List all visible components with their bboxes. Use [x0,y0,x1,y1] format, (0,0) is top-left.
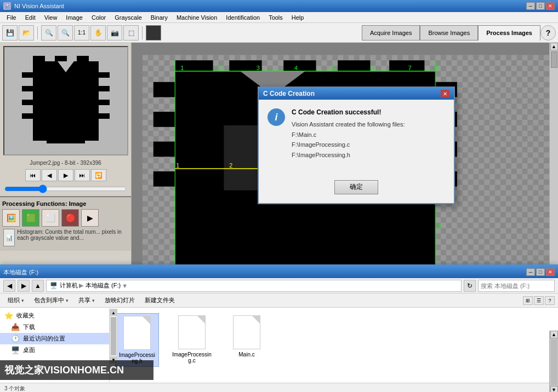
minimize-button[interactable]: ─ [526,2,535,10]
menu-tools[interactable]: Tools [264,13,287,22]
file-item-imageprocessingh[interactable]: ImageProcessing.h [115,313,159,367]
app-title: NI Vision Assistant [14,3,526,9]
svg-rect-1 [33,56,45,67]
dialog-title-text: C Code Creation [263,90,315,97]
downloads-icon: 📥 [11,323,20,331]
file-name-mainc: Main.c [238,351,254,358]
menu-edit[interactable]: Edit [21,13,40,22]
tool-zoom-out[interactable]: 🔍 [41,25,56,41]
dialog-close-button[interactable]: ✕ [441,90,449,97]
menu-file[interactable]: File [2,13,21,22]
playback-next[interactable]: ▶ [58,169,73,181]
tab-browse[interactable]: Browse Images [420,25,478,41]
tool-select[interactable]: ⬚ [123,25,139,41]
file-item-mainc[interactable]: Main.c [225,313,269,360]
sidebar-recent[interactable]: 🕐 最近访问的位置 [0,333,109,344]
app-main: Jumper2.jpg - 8-bit - 392x396 ⏮ ◀ ▶ ⏭ 🔁 … [0,43,558,289]
menu-bar: File Edit View Image Color Grayscale Bin… [0,12,558,23]
svg-rect-0 [33,61,99,141]
fe-sidebar-scrollbar[interactable]: ▲ ▼ [110,309,117,364]
tool-zoom-in[interactable]: 🔍 [58,25,73,41]
color-selector[interactable] [146,25,161,41]
dialog-description: Vision Assistant created the following f… [292,119,405,160]
dialog-content: C Code Creation successful! Vision Assis… [292,108,405,160]
fe-status-text: 3 个对象 [4,385,25,393]
playback-prev[interactable]: ◀ [42,169,57,181]
image-label: Jumper2.jpg - 8-bit - 392x396 [0,159,131,167]
addr-forward-button[interactable]: ▶ [18,280,30,292]
addr-back-button[interactable]: ◀ [3,280,15,292]
file-name-imageprocessingc: ImageProcessing.c [172,351,212,364]
view-help-button[interactable]: ? [545,296,555,305]
ok-button[interactable]: 确定 [334,180,378,194]
frame-slider[interactable] [4,185,127,193]
tab-buttons: Acquire Images Browse Images Process Ima… [362,25,556,41]
help-button[interactable]: ? [540,25,556,41]
svg-rect-5 [47,135,85,143]
fe-tool-include-library[interactable]: 包含到库中 ▾ [30,295,73,305]
dialog-file-2: F:\ImageProcessing.c [292,140,405,150]
menu-view[interactable]: View [40,13,62,22]
func-icons: 🖼️ 🟩 ⬜ 🔴 ▶ [2,209,129,227]
organize-chevron: ▾ [21,298,24,303]
tab-acquire[interactable]: Acquire Images [362,25,420,41]
dialog-message-row: i C Code Creation successful! Vision Ass… [267,108,445,160]
app-icon: 🔬 [3,2,11,10]
playback-last[interactable]: ⏭ [75,169,90,181]
dialog-overlay: C Code Creation ✕ i C Code Creation succ… [132,43,558,289]
func-icon-more[interactable]: ▶ [81,209,99,227]
fe-tool-share[interactable]: 共享 ▾ [74,295,99,305]
desktop-icon: 🖥️ [11,346,20,354]
fe-status-bar: 3 个对象 [0,383,558,392]
fe-tool-new-folder[interactable]: 新建文件夹 [140,295,179,305]
func-icon-image[interactable]: 🖼️ [2,209,20,227]
svg-rect-8 [22,100,34,105]
file-item-imageprocessingc[interactable]: ImageProcessing.c [170,313,214,366]
toolbar-separator-1 [37,26,38,39]
close-button[interactable]: ✕ [546,2,555,10]
view-button-2[interactable]: ☰ [534,296,544,305]
playback-loop[interactable]: 🔁 [91,169,106,181]
fe-tool-organize[interactable]: 组织 ▾ [3,295,29,305]
addr-path-drive: 本地磁盘 (F:) ▼ [86,281,128,290]
view-button-1[interactable]: ⊞ [523,296,533,305]
menu-binary[interactable]: Binary [146,13,172,22]
fe-files-area: ▲ ▼ ImageProcessing.h ImageProcessing.c … [110,308,558,383]
menu-image[interactable]: Image [61,13,87,22]
dialog-body: i C Code Creation successful! Vision Ass… [259,100,454,176]
c-code-creation-dialog: C Code Creation ✕ i C Code Creation succ… [258,87,455,204]
svg-rect-13 [98,113,110,119]
tool-camera[interactable]: 📷 [107,25,122,41]
tab-process[interactable]: Process Images [478,25,540,41]
sidebar-desktop[interactable]: 🖥️ 桌面 [0,344,109,356]
title-bar: 🔬 NI Vision Assistant ─ □ ✕ [0,0,558,12]
addr-up-button[interactable]: ▲ [32,280,44,292]
func-icon-binary[interactable]: 🔴 [61,209,79,227]
tool-zoom-fit[interactable]: 1:1 [74,25,89,41]
svg-rect-12 [98,100,110,105]
canvas-area: 1 2 3 4 5 6 7 8 1 2 3 4 2 ▲ [132,43,558,289]
tool-save[interactable]: 💾 [2,25,18,41]
func-icon-color[interactable]: 🟩 [22,209,39,227]
sidebar-downloads[interactable]: 📥 下载 [0,321,109,333]
restore-button[interactable]: □ [536,2,545,10]
menu-grayscale[interactable]: Grayscale [110,13,146,22]
addr-path-computer: 计算机 ▶ [60,281,83,290]
toolbar-separator-2 [142,26,143,39]
playback-first[interactable]: ⏮ [25,169,41,181]
svg-rect-10 [98,72,110,78]
fe-scrollbar-vertical[interactable]: ▲ ▼ [549,331,558,392]
image-preview [3,46,128,155]
func-icon-gray[interactable]: ⬜ [42,209,59,227]
histogram-icon: 📊 [3,229,15,246]
left-panel: Jumper2.jpg - 8-bit - 392x396 ⏮ ◀ ▶ ⏭ 🔁 … [0,43,132,289]
tool-open[interactable]: 📂 [19,25,34,41]
menu-machinevision[interactable]: Machine Vision [172,13,221,22]
menu-help[interactable]: Help [287,13,309,22]
menu-identification[interactable]: Identification [221,13,264,22]
title-bar-controls: ─ □ ✕ [526,2,555,10]
app-window: 🔬 NI Vision Assistant ─ □ ✕ File Edit Vi… [0,0,558,263]
menu-color[interactable]: Color [87,13,110,22]
fe-tool-slideshow[interactable]: 放映幻灯片 [100,295,139,305]
tool-pan[interactable]: ✋ [90,25,106,41]
